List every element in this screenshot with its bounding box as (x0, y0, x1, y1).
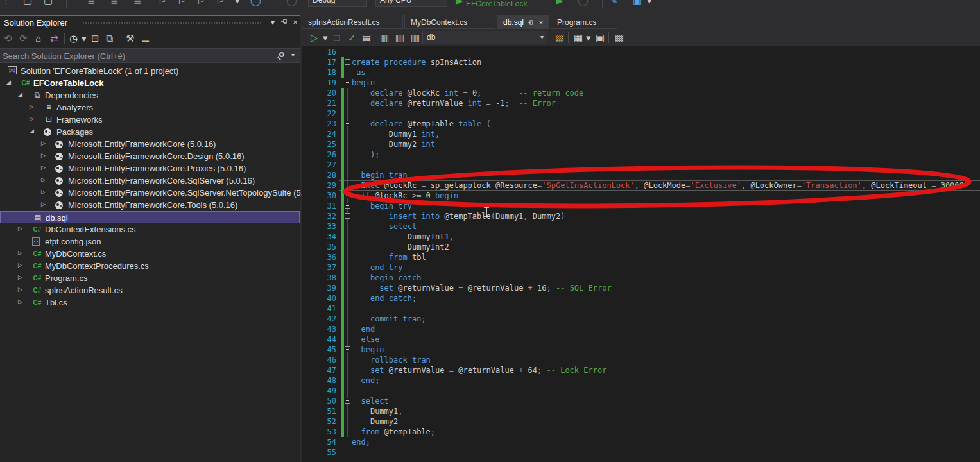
code-line-38[interactable]: 38 begin catch (302, 273, 980, 283)
back-icon[interactable]: ⟲ (4, 33, 12, 44)
code-line-45[interactable]: 45 begin (302, 345, 980, 355)
tree-item[interactable]: ▷Microsoft.EntityFrameworkCore.SqlServer… (0, 175, 300, 187)
code-line-16[interactable]: 16 (302, 47, 980, 57)
collapsed-arrow-icon[interactable]: ▷ (41, 164, 46, 171)
indent-icon[interactable]: ≣ (87, 0, 96, 6)
tab-Program-cs[interactable]: Program.cs (551, 15, 617, 29)
code-line-51[interactable]: 51 Dummy1, (302, 406, 980, 416)
bookmark-folder-icon[interactable]: ⚐ (196, 0, 205, 6)
tree-item[interactable]: {}efpt.config.json (0, 235, 300, 248)
show-all-files-icon[interactable]: ⧉ (106, 33, 113, 44)
start-debugging-icon[interactable]: ▶ (456, 0, 463, 6)
code-line-24[interactable]: 24 Dummy1 int, (302, 129, 980, 139)
code-line-27[interactable]: 27 (302, 160, 980, 170)
collapsed-arrow-icon[interactable]: ▷ (41, 189, 46, 195)
collapsed-arrow-icon[interactable]: ▷ (18, 274, 22, 280)
code-line-52[interactable]: 52 Dummy2 (302, 416, 980, 427)
code-line-41[interactable]: 41 (302, 304, 980, 314)
collapsed-arrow-icon[interactable]: ▷ (18, 298, 22, 305)
fold-collapse-icon[interactable] (345, 80, 350, 85)
bookmark-prev-icon[interactable]: ⚐ (158, 0, 166, 6)
code-line-30[interactable]: 30 if @lockRc >= 0 begin (302, 191, 980, 201)
code-line-55[interactable]: 55 (302, 447, 980, 458)
tree-item[interactable]: ▷⊡Frameworks (0, 114, 300, 126)
new-query-icon[interactable]: ▧ (555, 31, 564, 44)
save-all-icon[interactable]: ▢ (44, 0, 53, 6)
code-line-36[interactable]: 36 from tbl (302, 252, 980, 262)
save-icon[interactable]: ▢ (23, 0, 32, 6)
code-line-47[interactable]: 47 set @returnValue = @returnValue + 64;… (302, 365, 980, 375)
execute-button[interactable]: ▷ (311, 31, 318, 44)
code-line-35[interactable]: 35 DummyInt2 (302, 242, 980, 252)
collapsed-arrow-icon[interactable]: ▷ (41, 140, 46, 146)
results-grid-icon[interactable]: ▦ (574, 31, 583, 44)
code-line-21[interactable]: 21 declare @returnValue int = -1; -- Err… (302, 98, 980, 108)
uncomment-icon[interactable]: ≣ (133, 0, 142, 6)
tree-item[interactable]: ▷Microsoft.EntityFrameworkCore.Design (5… (0, 150, 300, 162)
pin-icon[interactable] (279, 17, 289, 28)
collapsed-arrow-icon[interactable]: ▷ (41, 176, 46, 183)
code-line-32[interactable]: 32 insert into @tempTable(Dummy1, Dummy2… (302, 211, 980, 221)
code-line-49[interactable]: 49 (302, 386, 980, 396)
preview-selected-items-icon[interactable]: ⚊ (141, 33, 150, 44)
code-line-54[interactable]: 54end; (302, 437, 980, 447)
search-icon[interactable] (279, 52, 284, 57)
tree-item[interactable]: ◢Packages (0, 126, 300, 138)
tab-db-sql[interactable]: db.sql× (497, 15, 549, 29)
pin-tab-icon[interactable] (527, 19, 535, 26)
intellisense-icon[interactable]: ▩ (615, 31, 624, 44)
expanded-arrow-icon[interactable]: ◢ (6, 79, 11, 85)
results-caret-icon[interactable]: ▾ (586, 31, 591, 44)
parse-button[interactable]: ✓ (348, 31, 356, 44)
window-position-chevron-icon[interactable]: ▾ (268, 17, 278, 28)
tree-item[interactable]: ▷≡Analyzers (0, 101, 300, 114)
fold-collapse-icon[interactable] (345, 121, 350, 126)
expanded-arrow-icon[interactable]: ◢ (30, 128, 34, 134)
code-line-25[interactable]: 25 Dummy2 int (302, 139, 980, 150)
code-editor[interactable]: 1617create procedure spInsAction18 as19b… (302, 46, 980, 462)
code-line-48[interactable]: 48 end; (302, 375, 980, 386)
code-line-22[interactable]: 22 (302, 108, 980, 119)
collapse-all-icon[interactable]: ⊟ (91, 33, 99, 44)
code-line-33[interactable]: 33 select (302, 221, 980, 232)
results-file-icon[interactable]: ▣ (596, 31, 605, 44)
collapsed-arrow-icon[interactable]: ▷ (18, 225, 22, 232)
sync-with-active-document-icon[interactable]: ⇄ (50, 33, 58, 44)
close-tab-icon[interactable]: × (537, 19, 545, 26)
code-line-19[interactable]: 19begin (302, 78, 980, 88)
code-line-37[interactable]: 37 end try (302, 262, 980, 273)
close-icon[interactable]: × (290, 17, 300, 28)
start-debugging-label[interactable]: EFCoreTableLock (466, 0, 527, 8)
code-line-46[interactable]: 46 rollback tran (302, 355, 980, 365)
comment-icon[interactable]: ≣ (110, 0, 119, 6)
fold-collapse-icon[interactable] (345, 213, 350, 219)
code-line-43[interactable]: 43 end (302, 324, 980, 334)
cancel-query-button[interactable]: □ (334, 31, 340, 44)
tree-item[interactable]: ▷C#MyDbContextProcedures.cs (0, 260, 300, 272)
combo-caret-icon[interactable]: ▾ (540, 33, 544, 40)
pending-changes-filter-icon[interactable]: ◷ (69, 33, 78, 44)
filter-caret-icon[interactable]: ▾ (82, 33, 87, 44)
search-input[interactable] (3, 50, 266, 62)
tab-MyDbContext-cs[interactable]: MyDbContext.cs (404, 15, 495, 29)
attach-debugger-icon[interactable]: ✎ (610, 0, 618, 6)
change-connection-icon[interactable]: ▥ (411, 31, 420, 44)
estimated-plan-icon[interactable]: ▤ (362, 31, 371, 44)
code-line-29[interactable]: 29 Exec @lockRc = sp_getapplock @Resourc… (302, 180, 980, 191)
code-line-26[interactable]: 26 ); (302, 150, 980, 160)
bookmark-clear-icon[interactable]: ⚐ (216, 0, 224, 6)
tree-item[interactable]: ▷C#Tbl.cs (0, 296, 300, 309)
tree-item[interactable]: ◢⧉Dependencies (0, 89, 300, 101)
tree-item[interactable]: ▷Microsoft.EntityFrameworkCore.SqlServer… (0, 187, 300, 199)
expanded-arrow-icon[interactable]: ◢ (18, 91, 22, 98)
tree-item[interactable]: ⋈Solution 'EFCoreTableLock' (1 of 1 proj… (0, 65, 300, 77)
tree-item[interactable]: ▷C#MyDbContext.cs (0, 248, 300, 260)
code-line-44[interactable]: 44 else (302, 334, 980, 345)
bookmark-next-icon[interactable]: ⚐ (177, 0, 185, 6)
code-line-42[interactable]: 42 commit tran; (302, 314, 980, 324)
fold-collapse-icon[interactable] (345, 193, 350, 198)
tree-item-selected[interactable]: ▤db.sql (0, 211, 300, 223)
search-caret-icon[interactable]: ▾ (291, 51, 295, 58)
properties-icon[interactable]: ⚒ (126, 33, 134, 44)
forward-icon[interactable]: ⟳ (19, 33, 28, 44)
